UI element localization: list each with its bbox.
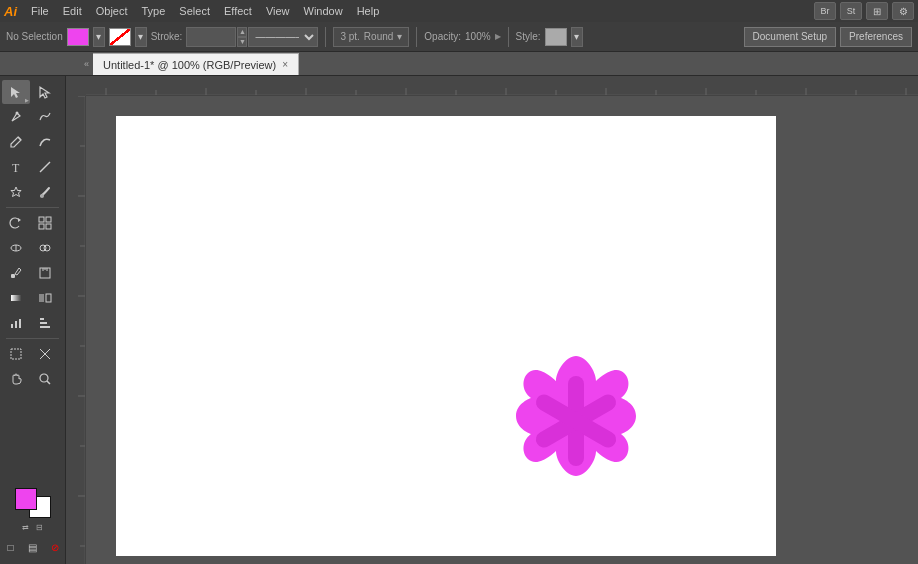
color-mode-icons: □ ▤ ⊘: [1, 538, 65, 556]
menu-bar: Ai File Edit Object Type Select Effect V…: [0, 0, 918, 22]
tools-row-11: [2, 342, 63, 366]
gradient-mode-btn[interactable]: ▤: [23, 538, 43, 556]
tool-smooth[interactable]: [31, 130, 59, 154]
color-swatches: [15, 488, 51, 518]
main-area: ▶ T: [0, 76, 918, 564]
tool-rotate[interactable]: [2, 211, 30, 235]
swap-colors-icon[interactable]: ⇄: [20, 521, 32, 533]
tab-close-btn[interactable]: ×: [282, 59, 288, 70]
tool-type[interactable]: T: [2, 155, 30, 179]
stroke-dropdown[interactable]: ▾: [135, 27, 147, 47]
svg-marker-6: [11, 187, 21, 197]
menu-effect[interactable]: Effect: [218, 3, 258, 19]
settings-icon[interactable]: ⚙: [892, 2, 914, 20]
stroke-label: Stroke:: [151, 31, 183, 42]
tool-bar-graph[interactable]: [31, 311, 59, 335]
tool-slice[interactable]: [31, 342, 59, 366]
svg-rect-10: [46, 217, 51, 222]
swatch-mini-controls: ⇄ ⊟: [20, 521, 46, 533]
svg-rect-29: [40, 322, 47, 324]
stroke-cap-label: Round: [364, 31, 393, 42]
tool-shape-builder[interactable]: [31, 236, 59, 260]
tool-warp[interactable]: [2, 236, 30, 260]
tools-row-4: T: [2, 155, 63, 179]
stroke-size-input[interactable]: [186, 27, 236, 47]
tool-artboard[interactable]: [2, 342, 30, 366]
menu-help[interactable]: Help: [351, 3, 386, 19]
tools-row-5: [2, 180, 63, 204]
svg-point-7: [40, 194, 44, 198]
app-logo: Ai: [4, 4, 17, 19]
stroke-down[interactable]: ▼: [237, 37, 247, 47]
tools-row-8: [2, 261, 63, 285]
style-dropdown[interactable]: ▾: [571, 27, 583, 47]
tool-eyedropper[interactable]: [2, 261, 30, 285]
bridge-icon[interactable]: Br: [814, 2, 836, 20]
tool-pencil[interactable]: [2, 130, 30, 154]
tool-gradient[interactable]: [2, 286, 30, 310]
tools-row-1: ▶: [2, 80, 63, 104]
tools-sep-2: [6, 338, 59, 339]
opacity-value: 100%: [465, 31, 491, 42]
none-mode-btn[interactable]: ⊘: [45, 538, 65, 556]
tool-freehand[interactable]: [31, 105, 59, 129]
tool-measure[interactable]: [31, 261, 59, 285]
tools-row-3: [2, 130, 63, 154]
menu-type[interactable]: Type: [136, 3, 172, 19]
svg-line-33: [47, 381, 50, 384]
menu-view[interactable]: View: [260, 3, 296, 19]
panel-collapse-btn[interactable]: «: [80, 59, 93, 69]
tool-blend[interactable]: [31, 286, 59, 310]
tool-hand[interactable]: [2, 367, 30, 391]
color-mode-btn[interactable]: □: [1, 538, 21, 556]
fill-swatch[interactable]: [67, 28, 89, 46]
tools-row-2: [2, 105, 63, 129]
default-colors-icon[interactable]: ⊟: [34, 521, 46, 533]
preferences-button[interactable]: Preferences: [840, 27, 912, 47]
tool-star[interactable]: [2, 180, 30, 204]
svg-rect-22: [11, 295, 21, 301]
svg-line-5: [40, 162, 50, 172]
menu-edit[interactable]: Edit: [57, 3, 88, 19]
stock-icon[interactable]: St: [840, 2, 862, 20]
tool-line[interactable]: [31, 155, 59, 179]
stroke-pt-label: 3 pt.: [340, 31, 359, 42]
tool-pen[interactable]: [2, 105, 30, 129]
stroke-spinner[interactable]: ▲ ▼: [237, 27, 247, 47]
canvas[interactable]: [86, 96, 918, 564]
style-swatch[interactable]: [545, 28, 567, 46]
document-setup-button[interactable]: Document Setup: [744, 27, 837, 47]
stroke-cap-arrow[interactable]: ▾: [397, 31, 402, 42]
opacity-arrow[interactable]: ▶: [495, 32, 501, 41]
fill-dropdown[interactable]: ▾: [93, 27, 105, 47]
document-tab[interactable]: Untitled-1* @ 100% (RGB/Preview) ×: [93, 53, 299, 75]
tool-grid[interactable]: [31, 211, 59, 235]
svg-rect-31: [11, 349, 21, 359]
menu-file[interactable]: File: [25, 3, 55, 19]
tool-direct-select[interactable]: [31, 80, 59, 104]
menu-window[interactable]: Window: [298, 3, 349, 19]
canvas-area[interactable]: [66, 76, 918, 564]
shape-container[interactable]: [506, 346, 646, 496]
svg-marker-1: [40, 87, 49, 98]
tool-zoom[interactable]: [31, 367, 59, 391]
opacity-label: Opacity:: [424, 31, 461, 42]
stroke-up[interactable]: ▲: [237, 27, 247, 37]
stroke-style-select[interactable]: —————: [248, 27, 318, 47]
workspace-icon[interactable]: ⊞: [866, 2, 888, 20]
tool-column-graph[interactable]: [2, 311, 30, 335]
svg-point-32: [40, 374, 48, 382]
ruler-horizontal: [86, 76, 918, 96]
tools-row-7: [2, 236, 63, 260]
menu-object[interactable]: Object: [90, 3, 134, 19]
svg-point-2: [16, 112, 19, 115]
tool-select[interactable]: ▶: [2, 80, 30, 104]
menu-select[interactable]: Select: [173, 3, 216, 19]
svg-text:T: T: [12, 161, 20, 174]
ruler-corner: [66, 76, 86, 96]
foreground-color-swatch[interactable]: [15, 488, 37, 510]
style-label: Style:: [516, 31, 541, 42]
tool-brush[interactable]: [31, 180, 59, 204]
stroke-swatch[interactable]: [109, 28, 131, 46]
separator-2: [416, 27, 417, 47]
